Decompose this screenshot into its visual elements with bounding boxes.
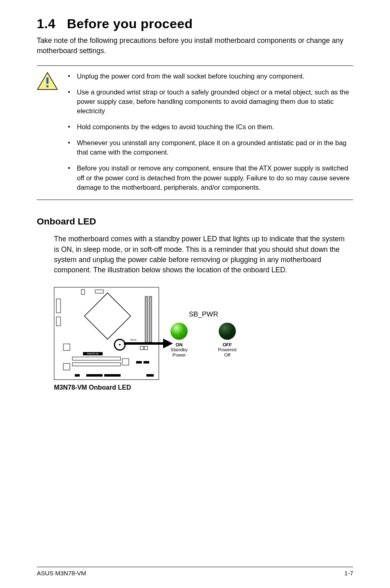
caution-icon [37,72,58,192]
svg-rect-17 [75,374,80,377]
page-footer: ASUS M3N78-VM 1-7 [37,567,353,577]
divider-bottom [37,200,353,200]
svg-rect-20 [136,361,142,364]
led-off-state: OFF [222,342,232,347]
onboard-led-heading: Onboard LED [37,216,353,227]
svg-rect-1 [46,77,48,84]
warning-item: Hold components by the edges to avoid to… [65,122,353,132]
led-off-desc1: Powered [218,347,236,352]
warning-item: Whenever you uninstall any component, pl… [65,138,353,157]
svg-rect-7 [95,290,103,293]
svg-rect-13 [63,364,70,370]
svg-rect-14 [72,357,121,360]
svg-rect-21 [143,361,149,364]
footer-left: ASUS M3N78-VM [37,570,86,577]
led-on-desc2: Power [173,352,186,357]
svg-rect-6 [81,290,85,294]
motherboard-diagram: M3N78-VM /ISUS [54,287,159,380]
led-off-item: OFF Powered Off [218,323,236,358]
led-off-desc2: Off [224,352,230,357]
footer-right: 1-7 [344,570,353,577]
svg-rect-16 [122,359,129,365]
warning-block: Unplug the power cord from the wall sock… [37,66,353,200]
svg-rect-3 [84,293,130,339]
figure-caption: M3N78-VM Onboard LED [54,384,353,391]
svg-text:M3N78-VM: M3N78-VM [87,352,99,355]
led-off-icon [219,323,236,340]
section-title: 1.4Before you proceed [37,16,353,31]
led-legend: SB_PWR ON Standby Power OFF Powered Off [170,310,237,358]
warning-item: Unplug the power cord from the wall sock… [65,72,353,81]
svg-rect-22 [146,374,154,377]
svg-point-2 [46,85,49,88]
onboard-led-body: The motherboard comes with a standby pow… [54,234,349,276]
svg-rect-12 [63,344,70,350]
svg-rect-5 [56,317,61,326]
section-heading-text: Before you proceed [67,16,193,31]
onboard-led-figure: M3N78-VM /ISUS SB_PWR ON Standby Power [54,287,353,382]
svg-rect-19 [104,374,121,377]
warning-item: Use a grounded wrist strap or touch a sa… [65,88,353,116]
svg-point-24 [119,344,121,346]
svg-rect-4 [56,299,61,313]
svg-marker-29 [163,339,173,348]
svg-rect-15 [72,363,121,366]
sb-pwr-label: SB_PWR [189,310,218,319]
warning-list: Unplug the power cord from the wall sock… [65,72,353,192]
callout-arrow-icon [124,335,177,352]
svg-rect-18 [86,374,103,377]
section-number: 1.4 [37,16,56,31]
intro-text: Take note of the following precautions b… [37,36,353,56]
warning-item: Before you install or remove any compone… [65,164,353,192]
